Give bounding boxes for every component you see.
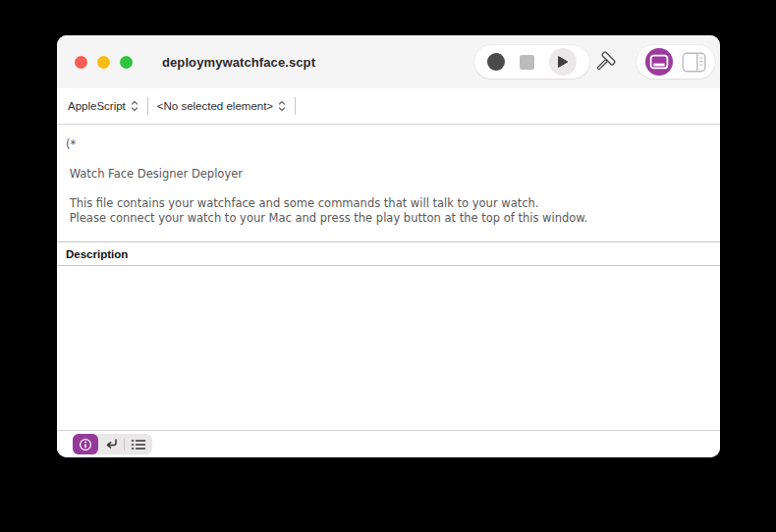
description-content-area[interactable] <box>57 266 720 430</box>
run-controls-group <box>474 45 589 79</box>
script-line <box>66 152 710 167</box>
record-icon <box>487 53 505 71</box>
bottom-pane-toggle-button[interactable] <box>645 48 673 76</box>
navigation-bar: AppleScript <No selected element> <box>57 88 720 125</box>
description-tab-button[interactable] <box>73 434 98 454</box>
return-icon <box>104 438 119 451</box>
stop-button[interactable] <box>520 55 534 70</box>
compile-button[interactable] <box>588 45 622 79</box>
description-header-label: Description <box>66 248 128 260</box>
play-icon <box>549 48 577 76</box>
script-editor-text-area[interactable]: (* Watch Face Designer Deployer This fil… <box>57 125 720 242</box>
stop-icon <box>520 55 534 70</box>
log-tab-button[interactable] <box>125 434 152 454</box>
script-editor-window: deploymywatchface.scpt <box>57 35 720 457</box>
traffic-lights <box>75 35 133 88</box>
language-popup[interactable]: AppleScript <box>66 100 140 112</box>
description-pane-header: Description <box>57 242 720 266</box>
accessory-view-segmented-control <box>73 434 152 454</box>
updown-chevrons-icon <box>131 100 139 112</box>
info-icon <box>79 438 92 452</box>
updown-chevrons-icon <box>278 100 286 112</box>
run-button[interactable] <box>549 48 577 76</box>
script-line: Please connect your watch to your Mac an… <box>66 211 710 226</box>
script-line: This file contains your watchface and so… <box>66 196 710 211</box>
element-popup-label: <No selected element> <box>157 100 273 112</box>
result-tab-button[interactable] <box>98 434 124 454</box>
accessory-pane-toggle-button[interactable] <box>682 52 706 73</box>
close-button[interactable] <box>75 56 87 69</box>
panel-right-icon <box>682 52 706 73</box>
pane-toggle-group <box>637 45 715 79</box>
titlebar: deploymywatchface.scpt <box>57 35 720 88</box>
script-line: Watch Face Designer Deployer <box>66 167 710 182</box>
minimize-button[interactable] <box>97 56 110 69</box>
record-button[interactable] <box>487 53 505 71</box>
script-line <box>66 182 710 196</box>
bottom-bar <box>57 430 720 457</box>
panel-bottom-icon <box>645 48 673 76</box>
script-line: (* <box>66 137 710 152</box>
element-popup[interactable]: <No selected element> <box>155 100 288 112</box>
list-icon <box>131 439 146 451</box>
window-title: deploymywatchface.scpt <box>162 35 315 88</box>
navbar-divider <box>295 97 296 115</box>
hammer-icon <box>592 49 618 75</box>
zoom-button[interactable] <box>120 56 133 69</box>
navbar-divider <box>147 97 148 115</box>
language-popup-label: AppleScript <box>68 100 126 112</box>
